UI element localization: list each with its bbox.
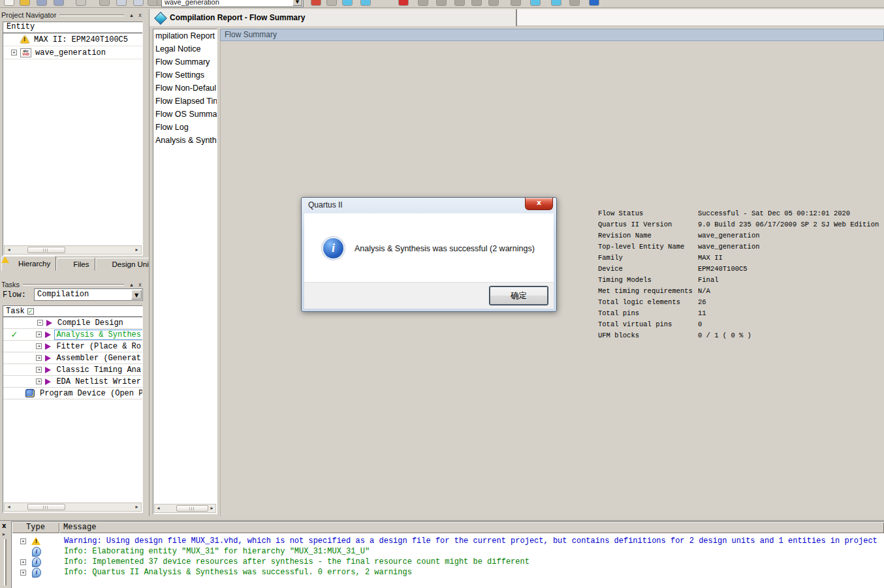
scrollbar-thumb[interactable] [176, 505, 208, 512]
scroll-left-icon[interactable]: ◂ [155, 504, 162, 512]
collapse-panel-icon[interactable]: ▴ [127, 12, 136, 18]
toolbar-icon[interactable] [342, 0, 353, 6]
toolbar-icon[interactable] [569, 0, 580, 6]
scroll-left-icon[interactable]: ◂ [5, 246, 13, 254]
toolbar-icon[interactable] [418, 0, 428, 6]
column-header-type[interactable]: Type [12, 522, 59, 533]
chevron-down-icon[interactable]: ▼ [131, 290, 142, 300]
toolbar-icon[interactable] [4, 0, 14, 6]
flow-summary-row: Flow StatusSuccessful - Sat Dec 05 00:12… [598, 208, 879, 219]
toolbar-icon[interactable] [20, 0, 30, 6]
toolbar-icon[interactable] [530, 0, 541, 6]
task-row[interactable]: EDA Netlist Writer [3, 376, 142, 388]
close-icon[interactable]: x [525, 198, 553, 210]
flow-summary-value: N/A [698, 287, 710, 295]
expand-toggle-icon[interactable] [20, 559, 26, 565]
message-text: Info: Implemented 37 device resources af… [64, 557, 529, 566]
expand-toggle-icon[interactable] [20, 538, 26, 544]
expand-toggle-icon[interactable] [36, 332, 42, 337]
toolbar-icon[interactable] [488, 0, 499, 6]
flow-summary-label: Device [598, 264, 698, 275]
toolbar-icon[interactable] [454, 0, 465, 6]
message-row[interactable]: Info: Elaborating entity "MUX_31" for hi… [12, 546, 884, 557]
project-navigator-title: Project Navigator [1, 11, 56, 19]
task-row[interactable]: Classic Timing Ana [3, 364, 142, 376]
toolbar-icon[interactable] [326, 0, 337, 6]
expand-toggle-icon[interactable] [36, 367, 42, 373]
toolbar-icon[interactable] [76, 0, 86, 6]
column-header-message[interactable]: Message [59, 522, 884, 533]
task-row[interactable]: Fitter (Place & Ro [3, 341, 142, 352]
task-row[interactable]: Analysis & Synthes [3, 329, 142, 341]
panel-drag-handle[interactable] [4, 539, 7, 585]
toolbar-icon[interactable] [54, 0, 64, 6]
toolbar-icon[interactable] [436, 0, 447, 6]
message-row[interactable]: Warning: Using design file MUX_31.vhd, w… [12, 536, 884, 546]
expand-toggle-icon[interactable] [36, 355, 42, 361]
task-row[interactable]: Compile Design [3, 317, 142, 329]
flow-summary-value: MAX II [698, 254, 723, 262]
close-panel-icon[interactable]: x [136, 281, 144, 288]
toolbar-icon[interactable] [133, 0, 144, 6]
flow-summary-value: 11 [698, 309, 706, 317]
report-section-item[interactable]: Flow Elapsed Tin [153, 95, 217, 108]
report-section-item[interactable]: mpilation Report [153, 29, 217, 42]
report-section-item[interactable]: Flow OS Summar [153, 108, 217, 121]
task-icon [45, 379, 51, 385]
toolbar-icon[interactable] [37, 0, 47, 6]
flow-summary-label: UFM blocks [598, 330, 698, 341]
scrollbar-thumb[interactable] [27, 247, 65, 253]
report-section-item[interactable]: Flow Non-Defaul [153, 82, 217, 95]
flow-summary-label: Flow Status [598, 208, 698, 219]
scrollbar-thumb[interactable] [27, 504, 65, 510]
toolbar-icon[interactable] [360, 0, 371, 6]
report-window-tab[interactable]: Compilation Report - Flow Summary [150, 9, 517, 26]
toolbar-icon[interactable] [589, 0, 599, 6]
task-row[interactable]: Assembler (Generat [3, 352, 142, 364]
toolbar-icon[interactable] [116, 0, 127, 6]
toolbar-icon[interactable] [398, 0, 409, 6]
collapse-panel-icon[interactable]: ▴ [127, 281, 136, 288]
message-row[interactable]: Info: Implemented 37 device resources af… [12, 557, 884, 567]
expand-toggle-icon[interactable] [11, 50, 17, 55]
ok-button[interactable]: 确定 [490, 286, 548, 305]
navigator-tab[interactable]: Files [56, 258, 95, 271]
scroll-right-icon[interactable]: ▸ [208, 504, 215, 512]
entity-tree-row[interactable]: wave_generation [3, 46, 142, 59]
pin-panel-icon[interactable]: ▸ [3, 531, 5, 537]
toolbar-icon[interactable] [471, 0, 482, 6]
close-panel-icon[interactable]: x [2, 522, 6, 529]
task-row[interactable]: Program Device (Open P [3, 388, 142, 399]
chevron-down-icon[interactable]: ▼ [292, 0, 302, 6]
expand-toggle-icon[interactable] [36, 379, 42, 384]
entity-tree-hscrollbar[interactable]: ◂ ▸ [4, 245, 142, 255]
entity-tree-row[interactable]: MAX II: EPM240T100C5 [3, 33, 142, 46]
sections-hscrollbar[interactable]: ◂ ▸ [154, 504, 216, 513]
flow-summary-label: Quartus II Version [598, 219, 698, 230]
expand-toggle-icon[interactable] [37, 320, 43, 326]
close-panel-icon[interactable]: x [136, 12, 144, 18]
report-section-item[interactable]: Flow Summary [153, 55, 217, 69]
flow-combobox[interactable]: Compilation ▼ [34, 288, 143, 301]
toolbar-icon[interactable] [551, 0, 561, 6]
toolbar-icon[interactable] [311, 0, 321, 6]
task-table-hscrollbar[interactable]: ◂ ▸ [4, 503, 142, 512]
entity-icon [20, 35, 30, 44]
scroll-right-icon[interactable]: ▸ [133, 503, 141, 511]
toolbar-icon[interactable] [511, 0, 521, 6]
expand-toggle-icon[interactable] [36, 343, 42, 349]
report-section-item[interactable]: Flow Settings [153, 69, 217, 82]
revision-combobox[interactable]: wave_generation ▼ [161, 0, 304, 7]
scroll-left-icon[interactable]: ◂ [5, 503, 13, 511]
report-section-item[interactable]: Flow Log [153, 121, 217, 134]
flow-summary-value: Final [698, 276, 719, 284]
message-row[interactable]: Info: Quartus II Analysis & Synthesis wa… [12, 567, 884, 578]
navigator-tab[interactable]: Hierarchy [1, 256, 56, 271]
expand-toggle-icon[interactable] [20, 570, 26, 576]
report-section-item[interactable]: Legal Notice [153, 42, 217, 55]
flow-summary-value: EPM240T100C5 [698, 265, 748, 273]
report-section-item[interactable]: Analysis & Synth [153, 134, 217, 147]
scroll-right-icon[interactable]: ▸ [133, 246, 141, 254]
tasks-title: Tasks [1, 281, 20, 288]
toolbar-icon[interactable] [99, 0, 110, 6]
